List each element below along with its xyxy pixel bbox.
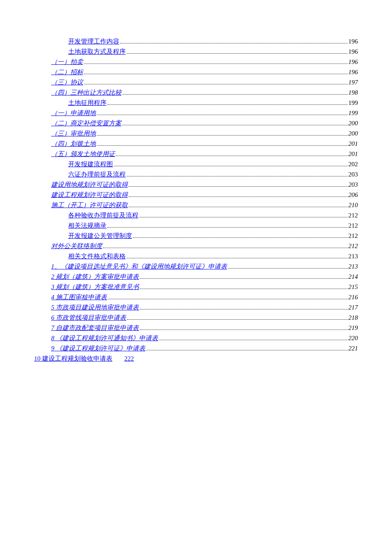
- toc-link[interactable]: 7 自建市政配套项目审批申请表: [51, 323, 139, 333]
- toc-link[interactable]: 相关文件格式和表格: [68, 251, 126, 261]
- toc-leader-dots: [139, 217, 348, 217]
- toc-link[interactable]: （五）颁发土地使用证: [51, 149, 115, 159]
- toc-link[interactable]: （二）商定补偿安置方案: [51, 118, 121, 128]
- toc-final-entry[interactable]: 10 建设工程规划验收申请表222: [34, 353, 358, 364]
- toc-link[interactable]: （三）审批用地: [51, 128, 96, 139]
- toc-leader-dots: [116, 156, 348, 156]
- toc-link[interactable]: （一）拍卖: [51, 57, 83, 67]
- toc-link[interactable]: 施工（开工）许可证的获取: [51, 200, 128, 210]
- toc-final-label: 10 建设工程规划验收申请表: [34, 355, 112, 362]
- toc-page-number: 212: [349, 231, 358, 241]
- toc-page-number: 196: [349, 57, 358, 67]
- toc-link[interactable]: 开发报建流程图: [68, 159, 113, 169]
- toc-entry: 相关文件格式和表格213: [34, 251, 358, 261]
- toc-link[interactable]: （一）申请用地: [51, 108, 96, 118]
- toc-entry: 施工（开工）许可证的获取210: [34, 200, 358, 210]
- toc-link[interactable]: 六证办理前提及流程: [68, 169, 126, 179]
- toc-link[interactable]: 3 规划（建筑）方案批准意见书: [51, 282, 139, 292]
- toc-leader-dots: [122, 125, 348, 125]
- toc-leader-dots: [97, 115, 348, 115]
- toc-link[interactable]: 5 市政项目建设用地审批申请表: [51, 302, 139, 312]
- toc-leader-dots: [159, 340, 347, 340]
- toc-leader-dots: [133, 237, 348, 238]
- toc-entry: 9 《建设工程规划许可证》申请表221: [34, 343, 358, 353]
- toc-page-number: 196: [349, 36, 358, 46]
- toc-leader-dots: [129, 186, 348, 187]
- toc-leader-dots: [120, 43, 348, 43]
- toc-entry: （五）颁发土地使用证201: [34, 149, 358, 159]
- toc-link[interactable]: 开发报建公关管理制度: [68, 231, 132, 241]
- toc-entry: 6 市政管线项目审批申请表218: [34, 312, 358, 323]
- toc-link[interactable]: 各种验收办理前提及流程: [68, 210, 138, 220]
- toc-link[interactable]: 6 市政管线项目审批申请表: [51, 312, 126, 323]
- toc-leader-dots: [228, 268, 348, 269]
- toc-leader-dots: [107, 227, 348, 228]
- toc-link[interactable]: 相关法规摘录: [68, 220, 107, 231]
- toc-link[interactable]: 土地征用程序: [68, 98, 107, 108]
- toc-link[interactable]: （四）划拨土地: [51, 139, 96, 149]
- toc-page-number: 218: [349, 312, 358, 323]
- toc-page-number: 199: [349, 98, 358, 108]
- toc-link[interactable]: 2 规划（建筑）方案审批申请表: [51, 272, 139, 282]
- toc-entry: 2 规划（建筑）方案审批申请表214: [34, 272, 358, 282]
- toc-list: 开发管理工作内容196土地获取方式及程序196（一）拍卖196（二）招标196（…: [34, 36, 358, 353]
- toc-page-number: 196: [349, 46, 358, 57]
- toc-page: 开发管理工作内容196土地获取方式及程序196（一）拍卖196（二）招标196（…: [0, 0, 392, 381]
- toc-entry: 六证办理前提及流程203: [34, 169, 358, 179]
- toc-leader-dots: [84, 64, 348, 64]
- toc-page-number: 212: [349, 241, 358, 251]
- toc-page-number: 216: [349, 292, 358, 302]
- toc-entry: （四）三种出让方式比较198: [34, 87, 358, 98]
- toc-entry: 开发报建公关管理制度212: [34, 231, 358, 241]
- toc-leader-dots: [140, 278, 347, 279]
- toc-page-number: 201: [349, 139, 358, 149]
- toc-link[interactable]: 4 施工图审核申请表: [51, 292, 107, 302]
- toc-entry: 建设工程规划许可证的取得206: [34, 190, 358, 200]
- toc-link[interactable]: （三）协议: [51, 77, 83, 87]
- toc-entry: （二）招标196: [34, 67, 358, 77]
- toc-entry: 7 自建市政配套项目审批申请表219: [34, 323, 358, 333]
- toc-leader-dots: [97, 135, 348, 136]
- toc-entry: 建设用地规划许可证的取得203: [34, 179, 358, 190]
- toc-page-number: 201: [349, 149, 358, 159]
- toc-page-number: 198: [349, 87, 358, 98]
- toc-entry: 4 施工图审核申请表216: [34, 292, 358, 302]
- toc-page-number: 203: [349, 179, 358, 190]
- toc-link[interactable]: 1、《建设项目选址意见书》和《建设用地规划许可证》申请表: [51, 261, 227, 272]
- toc-leader-dots: [127, 176, 348, 176]
- toc-link[interactable]: 建设用地规划许可证的取得: [51, 179, 128, 190]
- toc-page-number: 217: [349, 302, 358, 312]
- toc-leader-dots: [140, 309, 347, 309]
- toc-link[interactable]: 开发管理工作内容: [68, 36, 119, 46]
- toc-entry: 开发管理工作内容196: [34, 36, 358, 46]
- toc-page-number: 197: [349, 77, 358, 87]
- toc-leader-dots: [122, 94, 348, 95]
- toc-page-number: 212: [349, 210, 358, 220]
- toc-page-number: 214: [349, 272, 358, 282]
- toc-link[interactable]: （二）招标: [51, 67, 83, 77]
- toc-entry: 土地征用程序199: [34, 98, 358, 108]
- toc-link[interactable]: 土地获取方式及程序: [68, 46, 126, 57]
- toc-link[interactable]: 建设工程规划许可证的取得: [51, 190, 128, 200]
- toc-entry: （四）划拨土地201: [34, 139, 358, 149]
- toc-page-number: 206: [349, 190, 358, 200]
- toc-entry: 各种验收办理前提及流程212: [34, 210, 358, 220]
- toc-entry: 3 规划（建筑）方案批准意见书215: [34, 282, 358, 292]
- toc-leader-dots: [103, 248, 348, 248]
- toc-page-number: 220: [349, 333, 358, 343]
- toc-link[interactable]: 9 《建设工程规划许可证》申请表: [51, 343, 145, 353]
- toc-page-number: 213: [349, 251, 358, 261]
- toc-page-number: 221: [349, 343, 358, 353]
- toc-link[interactable]: 8 《建设工程规划许可通知书》申请表: [51, 333, 158, 343]
- toc-link[interactable]: （四）三种出让方式比较: [51, 87, 121, 98]
- toc-final-page: 222: [124, 355, 134, 362]
- toc-page-number: 196: [349, 67, 358, 77]
- toc-leader-dots: [140, 289, 347, 289]
- toc-page-number: 212: [349, 220, 358, 231]
- toc-leader-dots: [107, 104, 348, 105]
- toc-leader-dots: [140, 330, 347, 330]
- toc-entry: 开发报建流程图202: [34, 159, 358, 169]
- toc-entry: 8 《建设工程规划许可通知书》申请表220: [34, 333, 358, 343]
- toc-leader-dots: [84, 84, 348, 84]
- toc-link[interactable]: 对外公关联络制度: [51, 241, 102, 251]
